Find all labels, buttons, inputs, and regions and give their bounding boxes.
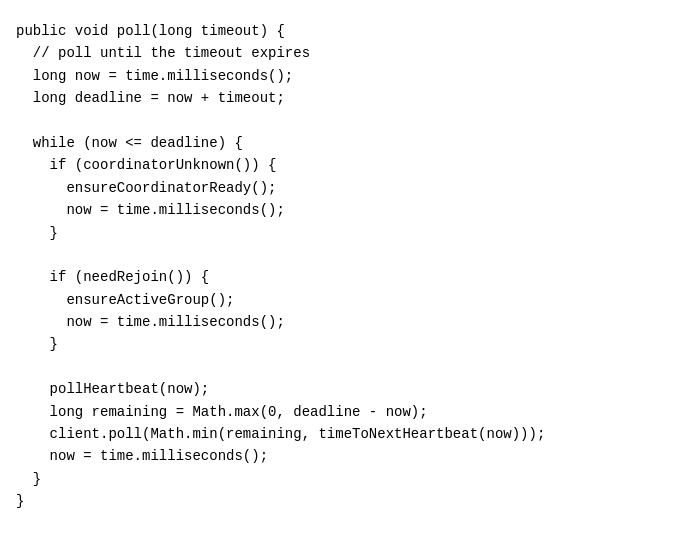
code-line xyxy=(16,244,669,266)
code-line: } xyxy=(16,222,669,244)
code-line: pollHeartbeat(now); xyxy=(16,378,669,400)
code-block: public void poll(long timeout) { // poll… xyxy=(0,10,685,523)
code-line xyxy=(16,110,669,132)
code-line: now = time.milliseconds(); xyxy=(16,445,669,467)
code-line: while (now <= deadline) { xyxy=(16,132,669,154)
code-line: now = time.milliseconds(); xyxy=(16,311,669,333)
code-line: ensureCoordinatorReady(); xyxy=(16,177,669,199)
code-line: // poll until the timeout expires xyxy=(16,42,669,64)
code-line xyxy=(16,356,669,378)
code-line: long deadline = now + timeout; xyxy=(16,87,669,109)
code-line: public void poll(long timeout) { xyxy=(16,20,669,42)
code-line: long remaining = Math.max(0, deadline - … xyxy=(16,401,669,423)
code-line: } xyxy=(16,468,669,490)
code-line: client.poll(Math.min(remaining, timeToNe… xyxy=(16,423,669,445)
code-line: long now = time.milliseconds(); xyxy=(16,65,669,87)
code-line: } xyxy=(16,333,669,355)
code-line: now = time.milliseconds(); xyxy=(16,199,669,221)
code-line: } xyxy=(16,490,669,512)
code-line: if (coordinatorUnknown()) { xyxy=(16,154,669,176)
code-line: if (needRejoin()) { xyxy=(16,266,669,288)
code-line: ensureActiveGroup(); xyxy=(16,289,669,311)
